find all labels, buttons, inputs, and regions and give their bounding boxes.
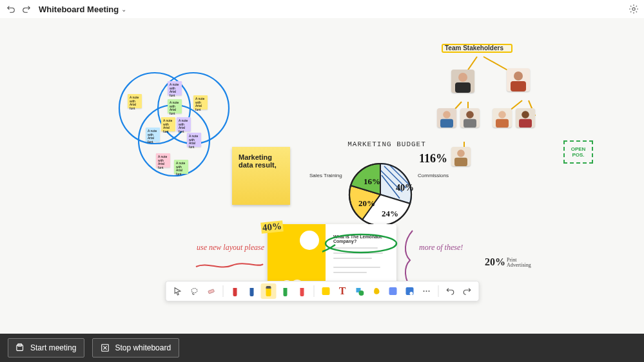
- svg-rect-20: [463, 119, 476, 128]
- svg-point-0: [632, 8, 635, 10]
- whiteboard-toolbar: T: [165, 281, 479, 301]
- pen-red-tool[interactable]: [227, 283, 242, 299]
- svg-point-36: [428, 291, 429, 292]
- redo-top-button[interactable]: [21, 3, 32, 15]
- whiteboard-canvas[interactable]: A note with Arial font A note with Arial…: [0, 18, 644, 334]
- pointer-tool[interactable]: [170, 283, 185, 299]
- sticky-note[interactable]: A note with Arial font: [128, 94, 142, 108]
- svg-text:24%: 24%: [382, 209, 398, 218]
- avatar[interactable]: [507, 68, 530, 91]
- svg-rect-18: [440, 119, 453, 128]
- sticky-note[interactable]: A note with Arial font: [187, 133, 201, 147]
- sticky-note[interactable]: A note with Arial font: [168, 99, 182, 113]
- settings-button[interactable]: [629, 4, 639, 14]
- stakeholders-group[interactable]: Team Stakeholders OPEN POS.: [432, 44, 600, 173]
- text-tool[interactable]: T: [335, 283, 350, 299]
- board-title: Whiteboard Meeting: [39, 5, 119, 14]
- lasso-tool[interactable]: [186, 283, 202, 299]
- sticky-note[interactable]: A note with Arial font: [174, 160, 188, 174]
- stakeholders-label: Team Stakeholders: [445, 44, 503, 52]
- stop-whiteboard-button[interactable]: Stop whiteboard: [92, 338, 179, 357]
- avatar[interactable]: [451, 70, 474, 93]
- highlighter-yellow-tool[interactable]: [260, 283, 276, 299]
- eraser-tool[interactable]: [203, 283, 219, 299]
- annot-more-of-these[interactable]: more of these!: [419, 243, 464, 252]
- svg-point-29: [326, 234, 396, 252]
- svg-point-30: [191, 289, 197, 293]
- marker-green-tool[interactable]: [277, 283, 293, 299]
- svg-point-21: [498, 111, 506, 119]
- svg-rect-24: [519, 119, 532, 128]
- more-tool[interactable]: [418, 283, 434, 299]
- slice-label: Sales Training: [309, 173, 342, 178]
- undo-top-button[interactable]: [5, 3, 17, 15]
- sticky-note[interactable]: A note with Arial font: [146, 128, 160, 142]
- sticky-note[interactable]: A note with Arial font: [156, 153, 170, 167]
- open-position-box[interactable]: OPEN POS.: [563, 140, 593, 164]
- svg-rect-26: [454, 158, 467, 166]
- chevron-down-icon: ⌄: [121, 6, 126, 13]
- annot-print-adv: Print Advertising: [507, 258, 539, 268]
- svg-point-35: [425, 291, 427, 292]
- svg-rect-14: [455, 82, 471, 93]
- svg-text:40%: 40%: [396, 183, 414, 193]
- annot-use-new-layout[interactable]: use new layout please: [193, 243, 264, 252]
- pen-blue-tool[interactable]: [244, 283, 259, 299]
- sticky-note[interactable]: A note with Arial font: [193, 95, 208, 110]
- template-tool[interactable]: [385, 283, 400, 299]
- svg-point-25: [457, 149, 465, 157]
- undo-toolbar-button[interactable]: [442, 283, 458, 299]
- avatar[interactable]: [516, 108, 535, 128]
- meeting-icon: [16, 343, 25, 352]
- marketing-note[interactable]: Marketing data result,: [232, 147, 290, 205]
- start-meeting-label: Start meeting: [30, 343, 76, 352]
- avatar[interactable]: [460, 108, 480, 128]
- redo-toolbar-button[interactable]: [459, 283, 474, 299]
- marker-red-tool[interactable]: [294, 283, 309, 299]
- svg-text:16%: 16%: [364, 176, 380, 186]
- svg-text:20%: 20%: [358, 198, 375, 208]
- top-bar: Whiteboard Meeting ⌄: [0, 0, 644, 18]
- board-title-dropdown[interactable]: Whiteboard Meeting ⌄: [39, 5, 126, 14]
- svg-rect-31: [208, 289, 214, 294]
- image-tool[interactable]: [402, 283, 417, 299]
- sticky-note[interactable]: A note with Arial font: [161, 117, 175, 131]
- stop-icon: [101, 343, 110, 352]
- svg-rect-22: [496, 119, 509, 128]
- avatar[interactable]: [437, 108, 456, 128]
- svg-point-33: [358, 291, 364, 296]
- svg-point-23: [522, 111, 529, 119]
- annot-twenty[interactable]: 20%: [485, 256, 505, 268]
- svg-point-17: [443, 111, 451, 119]
- sticky-note-tool[interactable]: [318, 283, 333, 299]
- annot-forty[interactable]: 40%: [260, 220, 284, 233]
- svg-point-15: [514, 71, 523, 81]
- command-bar: Start meeting Stop whiteboard: [0, 334, 644, 362]
- avatar[interactable]: [451, 147, 471, 166]
- venn-diagram[interactable]: A note with Arial font A note with Arial…: [110, 63, 239, 192]
- sticky-note[interactable]: A note with Arial font: [177, 117, 191, 131]
- sticker-tool[interactable]: [368, 283, 384, 299]
- start-meeting-button[interactable]: Start meeting: [8, 338, 84, 357]
- sticky-note[interactable]: A note with Arial font: [168, 81, 182, 95]
- stop-whiteboard-label: Stop whiteboard: [115, 343, 171, 352]
- svg-point-13: [458, 73, 467, 82]
- svg-point-34: [423, 291, 424, 292]
- svg-rect-16: [511, 81, 526, 91]
- svg-point-19: [466, 111, 474, 119]
- shapes-tool[interactable]: [351, 283, 367, 299]
- avatar[interactable]: [493, 108, 512, 128]
